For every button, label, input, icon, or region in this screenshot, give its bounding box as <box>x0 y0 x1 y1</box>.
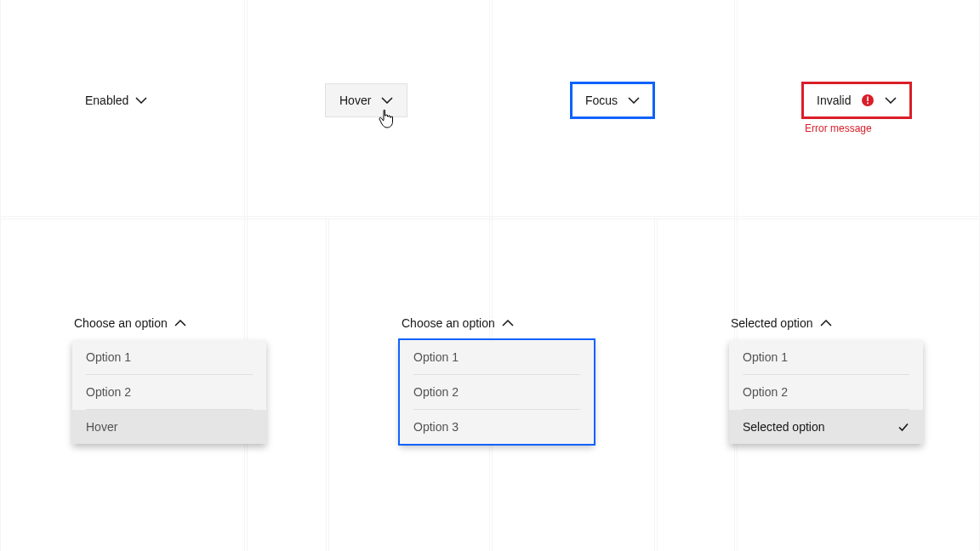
dropdown-trigger-invalid[interactable]: Invalid <box>803 83 910 117</box>
dropdown-menu: Option 1 Option 2 Selected option <box>729 340 923 444</box>
chevron-down-icon <box>381 97 393 104</box>
svg-rect-2 <box>868 102 869 104</box>
dropdown-label: Choose an option <box>74 316 168 330</box>
menu-item-hover[interactable]: Hover <box>72 410 266 444</box>
dropdown-menu: Option 1 Option 2 Hover <box>72 340 266 444</box>
svg-rect-1 <box>868 97 869 102</box>
dropdown-label: Enabled <box>85 94 128 107</box>
dropdown-label: Choose an option <box>402 316 495 330</box>
dropdown-label: Hover <box>339 94 371 106</box>
warning-icon <box>861 94 875 107</box>
menu-item[interactable]: Option 3 <box>400 410 594 444</box>
dropdown-menu-focus: Option 1 Option 2 Option 3 <box>400 340 594 444</box>
chevron-down-icon <box>135 97 147 104</box>
dropdown-trigger-focus[interactable]: Focus <box>572 83 653 117</box>
menu-item[interactable]: Option 1 <box>72 340 266 374</box>
canvas: Enabled Hover Focus <box>0 0 980 551</box>
menu-item[interactable]: Option 2 <box>72 375 266 409</box>
menu-item[interactable]: Option 1 <box>729 340 923 374</box>
menu-item[interactable]: Option 1 <box>400 340 594 374</box>
chevron-up-icon <box>174 320 186 327</box>
menu-item[interactable]: Option 2 <box>400 375 594 409</box>
menu-item[interactable]: Option 2 <box>729 375 923 409</box>
dropdown-trigger-open[interactable]: Selected option <box>731 313 832 333</box>
dropdown-label: Selected option <box>731 316 813 330</box>
error-message: Error message <box>805 122 910 134</box>
chevron-up-icon <box>502 320 514 327</box>
dropdown-label: Focus <box>585 94 618 106</box>
checkmark-icon <box>897 421 909 433</box>
dropdown-trigger-enabled[interactable]: Enabled <box>85 90 147 111</box>
chevron-down-icon <box>628 97 640 104</box>
dropdown-trigger-open[interactable]: Choose an option <box>402 313 514 333</box>
menu-item-selected[interactable]: Selected option <box>729 410 923 444</box>
chevron-down-icon <box>885 97 897 104</box>
chevron-up-icon <box>820 320 832 327</box>
dropdown-trigger-hover[interactable]: Hover <box>325 83 407 117</box>
dropdown-trigger-open[interactable]: Choose an option <box>74 313 186 333</box>
dropdown-label: Invalid <box>817 94 851 106</box>
